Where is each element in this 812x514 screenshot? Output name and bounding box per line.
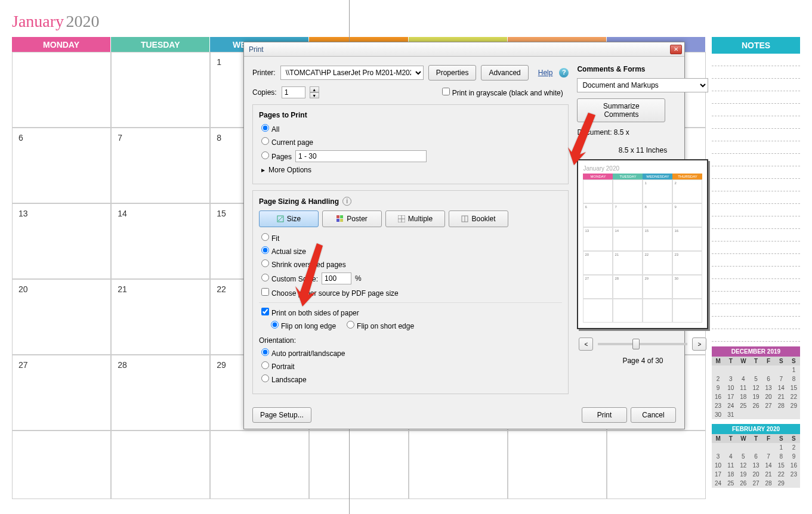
paper-source-checkbox[interactable]: Choose paper source by PDF page size [261, 288, 399, 298]
help-link[interactable]: Help [538, 69, 553, 77]
page-indicator: Page 4 of 30 [577, 357, 708, 365]
copies-label: Copies: [252, 88, 277, 97]
calendar-cell [12, 52, 111, 128]
titlebar[interactable]: Print ✕ [244, 42, 684, 57]
note-line [712, 241, 800, 254]
note-line [712, 279, 800, 292]
note-line [712, 141, 800, 154]
note-line [712, 329, 800, 342]
info-icon[interactable]: i [342, 197, 351, 206]
properties-button[interactable]: Properties [428, 65, 477, 80]
sizing-title: Page Sizing & Handling [259, 197, 339, 206]
pages-range-input[interactable] [295, 150, 427, 162]
mini-cal-title: DECEMBER 2019 [712, 346, 800, 357]
close-button[interactable]: ✕ [670, 45, 682, 54]
svg-rect-3 [336, 219, 339, 222]
day-header: MONDAY [12, 37, 111, 52]
note-line [712, 317, 800, 329]
svg-rect-4 [340, 219, 343, 222]
orientation-title: Orientation: [259, 336, 562, 345]
flip-short-radio[interactable]: Flip on short edge [347, 321, 414, 330]
page-title: January 2020 [12, 12, 800, 31]
calendar-cell [12, 431, 111, 499]
dialog-title: Print [246, 45, 670, 54]
svg-rect-2 [340, 215, 343, 218]
note-line [712, 154, 800, 166]
notes-header: NOTES [712, 37, 800, 54]
tab-poster[interactable]: Poster [322, 210, 382, 227]
more-options-toggle[interactable]: ▸ More Options [261, 166, 562, 174]
note-line [712, 204, 800, 216]
summarize-comments-button[interactable]: Summarize Comments [577, 98, 665, 122]
notes-area [712, 54, 800, 342]
calendar-cell [409, 431, 508, 499]
document-size-label: Document: 8.5 x [577, 128, 708, 137]
orient-auto-radio[interactable]: Auto portrait/landscape [261, 348, 345, 358]
note-line [712, 267, 800, 279]
print-preview: January 2020 MONDAYTUESDAYWEDNESDAYTHURS… [577, 159, 708, 329]
close-icon: ✕ [674, 46, 678, 52]
day-header: TUESDAY [111, 37, 210, 52]
preview-slider[interactable] [598, 343, 687, 345]
advanced-button[interactable]: Advanced [481, 65, 528, 80]
pages-to-print-title: Pages to Print [259, 111, 562, 119]
printer-select[interactable]: \\TOMCAT\HP LaserJet Pro M201-M202 PCL [280, 66, 424, 80]
tab-booklet[interactable]: Booklet [449, 210, 508, 227]
calendar-cell: 28 [111, 355, 210, 431]
calendar-cell [111, 431, 210, 499]
calendar-cell: 27 [12, 355, 111, 431]
custom-scale-radio[interactable]: Custom Scale: [261, 274, 318, 283]
note-line [712, 116, 800, 129]
mini-cal-title: FEBRUARY 2020 [712, 424, 800, 434]
note-line [712, 91, 800, 104]
calendar-cell [508, 431, 607, 499]
fit-radio[interactable]: Fit [261, 233, 279, 243]
mini-calendar: MTWTFSS123456789101112131415161718192021… [712, 434, 800, 488]
note-line [712, 66, 800, 79]
printer-label: Printer: [252, 69, 276, 77]
preview-next-button[interactable]: > [692, 337, 706, 351]
calendar-cell [210, 431, 309, 499]
both-sides-checkbox[interactable]: Print on both sides of paper [261, 308, 359, 317]
shrink-radio[interactable]: Shrink oversized pages [261, 259, 346, 269]
note-line [712, 254, 800, 267]
note-line [712, 129, 800, 141]
pages-all-radio[interactable]: All [261, 124, 279, 134]
note-line [712, 216, 800, 229]
calendar-cell: 20 [12, 279, 111, 355]
calendar-cell: 14 [111, 203, 210, 279]
orient-landscape-radio[interactable]: Landscape [261, 374, 307, 384]
tab-multiple[interactable]: Multiple [385, 210, 445, 227]
custom-scale-input[interactable] [322, 273, 351, 284]
cancel-button[interactable]: Cancel [631, 407, 676, 423]
help-icon[interactable]: ? [559, 68, 569, 78]
calendar-cell: 13 [12, 203, 111, 279]
note-line [712, 179, 800, 191]
calendar-cell [111, 52, 210, 128]
preview-prev-button[interactable]: < [579, 337, 593, 351]
chevron-right-icon: ▸ [261, 166, 265, 174]
copies-down-button[interactable]: ▼ [310, 92, 319, 98]
tab-size[interactable]: Size [259, 210, 319, 227]
copies-input[interactable] [282, 86, 305, 98]
note-line [712, 79, 800, 91]
page-setup-button[interactable]: Page Setup... [252, 407, 311, 423]
actual-size-radio[interactable]: Actual size [261, 246, 306, 256]
orient-portrait-radio[interactable]: Portrait [261, 361, 295, 371]
calendar-cell: 7 [111, 128, 210, 203]
note-line [712, 54, 800, 66]
flip-long-radio[interactable]: Flip on long edge [271, 321, 336, 330]
note-line [712, 191, 800, 204]
calendar-cell: 21 [111, 279, 210, 355]
preview-size-label: 8.5 x 11 Inches [577, 146, 708, 154]
comments-title: Comments & Forms [577, 65, 708, 73]
pages-current-radio[interactable]: Current page [261, 137, 313, 147]
pages-range-radio[interactable]: Pages [261, 151, 292, 161]
note-line [712, 292, 800, 304]
grayscale-checkbox[interactable]: Print in grayscale (black and white) [442, 88, 563, 97]
calendar-cell [309, 431, 408, 499]
print-button[interactable]: Print [582, 407, 627, 423]
comments-select[interactable]: Document and Markups [577, 78, 708, 92]
copies-up-button[interactable]: ▲ [310, 86, 319, 92]
mini-calendar: MTWTFSS123456789101112131415161718192021… [712, 357, 800, 419]
